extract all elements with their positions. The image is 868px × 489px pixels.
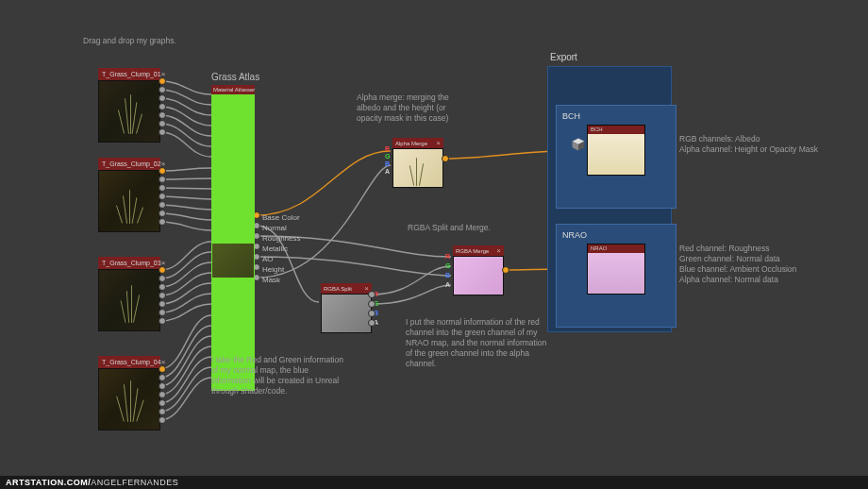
export-panel: Export BCH BCH NRAO NRAO [547, 66, 672, 332]
bch-label: BCH [562, 111, 670, 121]
footer-credit: ARTSTATION.COM/ANGELFERNANDES [0, 476, 868, 489]
texture-node-header: T_Grass_Clump_02× [98, 158, 160, 170]
atlas-output-labels: Base ColorNormalRoughnessMetallicAOHeigh… [262, 212, 300, 285]
caption-nrao: I put the normal information of the red … [406, 317, 547, 369]
close-icon[interactable]: × [496, 246, 501, 255]
texture-node-header: T_Grass_Clump_01× [98, 68, 160, 80]
caption-alpha-merge: Alpha merge: merging the albedo and the … [357, 93, 470, 124]
caption-drag: Drag and drop my graphs. [83, 36, 187, 46]
rgba-merge-node[interactable]: RGBA Merge× [453, 245, 504, 295]
alpha-merge-out[interactable] [442, 155, 449, 162]
caption-normal: I take the Red and Green information of … [211, 355, 343, 396]
atlas-title: Grass Atlas [211, 72, 259, 82]
cube-icon [571, 137, 586, 152]
node-preview [453, 256, 504, 295]
atlas-header: Material Atlasser [211, 85, 255, 94]
alpha-merge-node[interactable]: Alpha Merge× [392, 138, 443, 188]
node-preview [321, 294, 372, 333]
atlas-body [211, 94, 255, 391]
texture-preview [98, 170, 160, 232]
nrao-label: NRAO [562, 230, 670, 240]
node-header: RGBA Merge× [453, 245, 504, 256]
export-title: Export [550, 52, 577, 62]
atlas-node[interactable]: Material Atlasser [211, 85, 255, 396]
nrao-thumb[interactable]: NRAO [587, 244, 645, 295]
rgba-split-node[interactable]: RGBA Split× [321, 283, 372, 333]
texture-preview [98, 368, 160, 430]
texture-node-1[interactable]: T_Grass_Clump_01× [98, 68, 160, 143]
texture-node-header: T_Grass_Clump_04× [98, 356, 160, 368]
caption-rgba-split: RGBA Split and Merge. [408, 223, 492, 233]
texture-node-3[interactable]: T_Grass_Clump_03× [98, 257, 160, 331]
caption-bch-desc: RGB channels: Albedo Alpha channel: Heig… [679, 134, 830, 155]
caption-nrao-desc: Red channel: Roughness Green channel: No… [679, 244, 840, 285]
rgba-merge-out[interactable] [502, 266, 509, 274]
node-header: RGBA Split× [321, 283, 372, 294]
close-icon[interactable]: × [436, 139, 441, 147]
export-nrao-panel: NRAO NRAO [556, 224, 676, 328]
texture-preview [98, 269, 160, 331]
texture-node-4[interactable]: T_Grass_Clump_04× [98, 356, 160, 430]
texture-node-2[interactable]: T_Grass_Clump_02× [98, 158, 160, 232]
bch-thumb[interactable]: BCH [587, 125, 645, 176]
export-bch-panel: BCH BCH [556, 105, 676, 209]
texture-preview [98, 80, 160, 143]
node-preview [392, 148, 443, 188]
texture-node-header: T_Grass_Clump_03× [98, 257, 160, 269]
